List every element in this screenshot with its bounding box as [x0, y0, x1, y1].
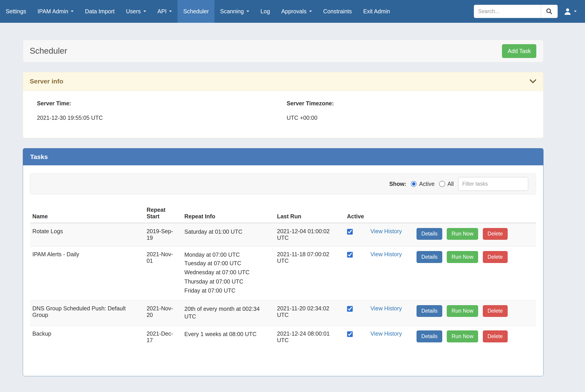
- col-history: [367, 204, 414, 223]
- nav-item-settings[interactable]: Settings: [0, 0, 32, 23]
- active-checkbox[interactable]: [347, 229, 353, 235]
- view-history-link[interactable]: View History: [371, 330, 402, 337]
- delete-button[interactable]: Delete: [483, 305, 508, 317]
- nav-item-constraints[interactable]: Constraints: [318, 0, 357, 23]
- active-checkbox[interactable]: [347, 306, 353, 312]
- col-name: Name: [30, 204, 143, 223]
- details-button[interactable]: Details: [417, 228, 442, 240]
- task-repeat-info: 20th of every month at 002:34 UTC: [181, 300, 274, 326]
- task-repeat-start: 2019-Sep-19: [143, 223, 181, 246]
- nav-item-log[interactable]: Log: [255, 0, 276, 23]
- main-content: Scheduler Add Task Server info Server Ti…: [23, 40, 544, 376]
- show-active-option[interactable]: Active: [411, 181, 435, 187]
- col-actions: [414, 204, 536, 223]
- task-repeat-start: 2021-Dec-17: [143, 326, 181, 349]
- server-time-value: 2021-12-30 19:55:05 UTC: [37, 114, 287, 121]
- nav-item-ipam-admin[interactable]: IPAM Admin: [32, 0, 79, 23]
- task-last-run: 2021-11-18 07:00:02 UTC: [274, 246, 344, 301]
- run-now-button[interactable]: Run Now: [447, 305, 478, 317]
- nav-item-approvals[interactable]: Approvals: [276, 0, 318, 23]
- navbar-items: SettingsIPAM AdminData ImportUsersAPISch…: [0, 0, 396, 23]
- server-time-block: Server Time: 2021-12-30 19:55:05 UTC: [37, 100, 287, 121]
- nav-item-api[interactable]: API: [152, 0, 178, 23]
- search-group: [474, 5, 558, 18]
- nav-item-label: Scanning: [220, 8, 244, 15]
- search-button[interactable]: [541, 5, 558, 18]
- search-input[interactable]: [474, 5, 541, 18]
- col-repeat-info: Repeat Info: [181, 204, 274, 223]
- tasks-panel-body: Show: Active All Name: [23, 165, 543, 376]
- show-active-radio[interactable]: [411, 181, 417, 187]
- show-all-radio[interactable]: [439, 181, 445, 187]
- server-timezone-label: Server Timezone:: [287, 100, 536, 107]
- task-actions-cell: Details Run Now Delete: [414, 300, 536, 326]
- view-history-link[interactable]: View History: [371, 228, 402, 234]
- delete-button[interactable]: Delete: [483, 330, 508, 342]
- table-header-row: Name Repeat Start Repeat Info Last Run A…: [30, 204, 536, 223]
- details-button[interactable]: Details: [417, 251, 442, 263]
- delete-button[interactable]: Delete: [483, 228, 508, 240]
- details-button[interactable]: Details: [417, 330, 442, 342]
- chevron-down-icon: [71, 10, 73, 12]
- show-label: Show:: [389, 181, 406, 187]
- view-history-link[interactable]: View History: [371, 251, 402, 257]
- run-now-button[interactable]: Run Now: [447, 251, 478, 263]
- task-actions-cell: Details Run Now Delete: [414, 223, 536, 246]
- task-history-cell: View History: [367, 300, 414, 326]
- nav-item-label: Constraints: [323, 8, 352, 15]
- nav-item-label: API: [157, 8, 167, 15]
- server-info-header[interactable]: Server info: [23, 72, 543, 91]
- nav-item-scheduler[interactable]: Scheduler: [177, 0, 214, 23]
- task-active-cell: [344, 246, 367, 301]
- filter-tasks-input[interactable]: [458, 177, 528, 190]
- nav-item-data-import[interactable]: Data Import: [79, 0, 120, 23]
- task-history-cell: View History: [367, 246, 414, 301]
- tasks-table: Name Repeat Start Repeat Info Last Run A…: [30, 204, 536, 349]
- nav-item-label: Users: [126, 8, 141, 15]
- task-repeat-info: Every 1 weeks at 08:00 UTC: [181, 326, 274, 349]
- task-active-cell: [344, 326, 367, 349]
- table-row: IPAM Alerts - Daily 2021-Nov-01 Monday a…: [30, 246, 536, 301]
- show-all-option[interactable]: All: [439, 181, 454, 187]
- task-last-run: 2021-12-04 01:00:02 UTC: [274, 223, 344, 246]
- tasks-panel-title: Tasks: [23, 148, 543, 165]
- nav-item-scanning[interactable]: Scanning: [214, 0, 255, 23]
- view-history-link[interactable]: View History: [371, 305, 402, 312]
- details-button[interactable]: Details: [417, 305, 442, 317]
- server-timezone-block: Server Timezone: UTC +00:00: [287, 100, 536, 121]
- page-header-panel: Scheduler Add Task: [23, 40, 544, 62]
- server-info-title: Server info: [30, 78, 63, 85]
- run-now-button[interactable]: Run Now: [447, 330, 478, 342]
- table-row: Rotate Logs 2019-Sep-19 Saturday at 01:0…: [30, 223, 536, 246]
- nav-item-label: Exit Admin: [363, 8, 390, 15]
- nav-item-users[interactable]: Users: [120, 0, 152, 23]
- nav-item-label: IPAM Admin: [37, 8, 68, 15]
- show-active-label: Active: [419, 181, 434, 187]
- show-all-label: All: [447, 181, 454, 187]
- active-checkbox[interactable]: [347, 252, 353, 258]
- nav-item-label: Approvals: [281, 8, 306, 15]
- server-time-label: Server Time:: [37, 100, 287, 107]
- delete-button[interactable]: Delete: [483, 251, 508, 263]
- task-actions-cell: Details Run Now Delete: [414, 326, 536, 349]
- run-now-button[interactable]: Run Now: [447, 228, 478, 240]
- tasks-panel: Tasks Show: Active All: [23, 148, 544, 376]
- nav-item-label: Log: [260, 8, 270, 15]
- search-icon: [546, 8, 553, 15]
- chevron-down-icon: [169, 10, 172, 12]
- nav-item-exit-admin[interactable]: Exit Admin: [357, 0, 396, 23]
- col-active: Active: [344, 204, 367, 223]
- table-row: DNS Group Scheduled Push: Default Group …: [30, 300, 536, 326]
- server-info-panel: Server info Server Time: 2021-12-30 19:5…: [23, 72, 544, 138]
- add-task-button[interactable]: Add Task: [502, 44, 536, 58]
- tasks-filter-bar: Show: Active All: [30, 174, 536, 195]
- nav-item-label: Data Import: [85, 8, 114, 15]
- repeat-info-line: Friday at 07:00 UTC: [184, 286, 271, 295]
- active-checkbox[interactable]: [347, 331, 353, 338]
- task-name: DNS Group Scheduled Push: Default Group: [30, 300, 143, 326]
- col-repeat-start: Repeat Start: [143, 204, 181, 223]
- task-actions-cell: Details Run Now Delete: [414, 246, 536, 301]
- chevron-down-icon: [143, 10, 146, 12]
- user-menu-button[interactable]: [558, 8, 578, 15]
- nav-item-label: Settings: [6, 8, 26, 15]
